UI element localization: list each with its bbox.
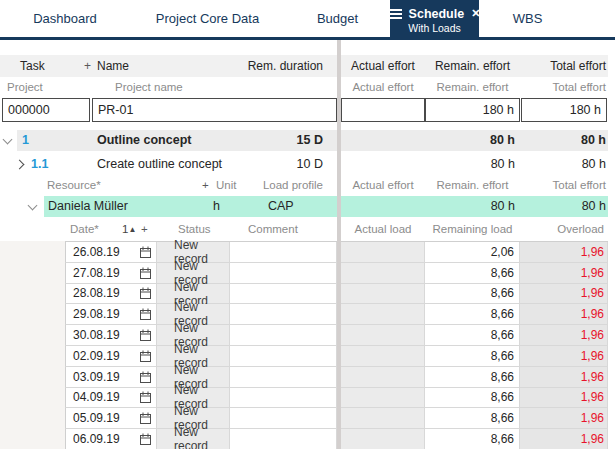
- comment-cell[interactable]: [230, 242, 337, 263]
- loads-header-row: Date* 1▲ + Status Comment Actual load Re…: [0, 217, 608, 241]
- remaining-load-cell[interactable]: 8,66: [425, 367, 520, 388]
- tab-project-core-data[interactable]: Project Core Data: [130, 0, 285, 37]
- tab-bar: Dashboard Project Core Data Budget Sched…: [0, 0, 576, 40]
- calendar-icon[interactable]: [140, 391, 151, 403]
- remaining-load-cell[interactable]: 8,66: [425, 388, 520, 409]
- remain-effort-sublabel: Remain. effort: [425, 77, 520, 97]
- actual-load-cell[interactable]: [341, 346, 425, 367]
- comment-cell[interactable]: [230, 325, 337, 346]
- date-cell[interactable]: 29.08.19: [65, 304, 157, 325]
- comment-cell[interactable]: [230, 346, 337, 367]
- task-row-1[interactable]: 1 Outline concept 15 D 80 h 80 h: [0, 130, 608, 151]
- resource-column-header: Resource*: [47, 175, 101, 196]
- chevron-down-icon[interactable]: [3, 135, 13, 145]
- date-value: 29.08.19: [73, 307, 120, 321]
- task-remain-effort: 80 h: [425, 130, 515, 151]
- sort-indicator[interactable]: 1▲: [122, 217, 136, 243]
- remaining-load-cell[interactable]: 8,66: [425, 284, 520, 305]
- comment-cell[interactable]: [230, 408, 337, 429]
- date-cell[interactable]: 02.09.19: [65, 346, 157, 367]
- overload-cell: 1,96: [520, 325, 608, 346]
- date-value: 04.09.19: [73, 390, 120, 404]
- actual-load-cell[interactable]: [341, 304, 425, 325]
- task-total-effort: 80 h: [520, 154, 606, 175]
- comment-cell[interactable]: [230, 304, 337, 325]
- column-splitter[interactable]: [337, 40, 341, 449]
- task-name[interactable]: Outline concept: [97, 130, 191, 151]
- date-cell[interactable]: 27.08.19: [65, 263, 157, 284]
- task-total-effort: 80 h: [520, 130, 606, 151]
- add-resource-button[interactable]: +: [202, 175, 209, 196]
- project-id-field[interactable]: 000000: [2, 98, 90, 122]
- date-cell[interactable]: 03.09.19: [65, 367, 157, 388]
- remaining-load-cell[interactable]: 8,66: [425, 263, 520, 284]
- project-actual-effort-field[interactable]: [341, 98, 425, 122]
- task-row-1-1[interactable]: 1.1 Create outline concept 10 D 80 h 80 …: [0, 154, 608, 175]
- status-cell[interactable]: New record: [157, 429, 230, 449]
- comment-cell[interactable]: [230, 367, 337, 388]
- calendar-icon[interactable]: [140, 246, 151, 258]
- task-number[interactable]: 1: [22, 130, 29, 151]
- date-cell[interactable]: 06.09.19: [65, 429, 157, 449]
- date-value: 30.08.19: [73, 328, 120, 342]
- date-cell[interactable]: 04.09.19: [65, 388, 157, 409]
- comment-cell[interactable]: [230, 263, 337, 284]
- date-cell[interactable]: 26.08.19: [65, 242, 157, 263]
- add-task-button[interactable]: +: [84, 55, 91, 77]
- comment-cell[interactable]: [230, 388, 337, 409]
- tab-schedule-top: Schedule ✕: [389, 7, 481, 21]
- calendar-icon[interactable]: [140, 412, 151, 424]
- resource-row-selected[interactable]: Daniela Müller h CAP 80 h 80 h: [0, 196, 608, 217]
- actual-load-cell[interactable]: [341, 263, 425, 284]
- actual-load-cell[interactable]: [341, 429, 425, 449]
- unit-column-header: Unit: [216, 175, 236, 196]
- resource-total-effort: 80 h: [520, 196, 606, 217]
- actual-load-cell[interactable]: [341, 325, 425, 346]
- remaining-load-cell[interactable]: 8,66: [425, 429, 520, 449]
- date-value: 03.09.19: [73, 370, 120, 384]
- project-total-effort-field[interactable]: 180 h: [521, 98, 607, 122]
- tab-schedule[interactable]: Schedule ✕ With Loads: [390, 0, 479, 40]
- schedule-with-loads-screen: Dashboard Project Core Data Budget Sched…: [0, 0, 615, 449]
- remaining-load-cell[interactable]: 8,66: [425, 408, 520, 429]
- chevron-down-icon[interactable]: [28, 201, 38, 211]
- task-name[interactable]: Create outline concept: [97, 154, 222, 175]
- tab-wbs[interactable]: WBS: [479, 0, 576, 37]
- overload-cell: 1,96: [520, 242, 608, 263]
- resource-name[interactable]: Daniela Müller: [48, 196, 128, 217]
- tab-schedule-subtitle: With Loads: [408, 22, 461, 34]
- remaining-load-cell[interactable]: 8,66: [425, 304, 520, 325]
- loads-grid-gutter: [0, 241, 65, 449]
- date-cell[interactable]: 05.09.19: [65, 408, 157, 429]
- calendar-icon[interactable]: [140, 267, 151, 279]
- task-number[interactable]: 1.1: [31, 154, 48, 175]
- actual-load-cell[interactable]: [341, 367, 425, 388]
- actual-load-cell[interactable]: [341, 242, 425, 263]
- date-cell[interactable]: 30.08.19: [65, 325, 157, 346]
- calendar-icon[interactable]: [140, 287, 151, 299]
- comment-cell[interactable]: [230, 429, 337, 449]
- actual-load-cell[interactable]: [341, 284, 425, 305]
- actual-load-cell[interactable]: [341, 388, 425, 409]
- total-effort-column-header: Total effort: [520, 55, 606, 77]
- calendar-icon[interactable]: [140, 371, 151, 383]
- remaining-load-cell[interactable]: 8,66: [425, 346, 520, 367]
- comment-cell[interactable]: [230, 284, 337, 305]
- calendar-icon[interactable]: [140, 308, 151, 320]
- calendar-icon[interactable]: [140, 433, 151, 445]
- project-name-field[interactable]: PR-01: [92, 98, 337, 122]
- remaining-load-cell[interactable]: 2,06: [425, 242, 520, 263]
- project-remain-effort-field[interactable]: 180 h: [425, 98, 520, 122]
- actual-load-cell[interactable]: [341, 408, 425, 429]
- chevron-right-icon[interactable]: [15, 160, 25, 170]
- hamburger-icon[interactable]: [389, 9, 402, 19]
- tab-dashboard[interactable]: Dashboard: [0, 0, 130, 37]
- remaining-load-cell[interactable]: 8,66: [425, 325, 520, 346]
- actual-effort-sublabel: Actual effort: [341, 77, 425, 97]
- tab-budget[interactable]: Budget: [285, 0, 390, 37]
- calendar-icon[interactable]: [140, 350, 151, 362]
- calendar-icon[interactable]: [140, 329, 151, 341]
- add-load-row-button[interactable]: +: [141, 217, 148, 241]
- date-cell[interactable]: 28.08.19: [65, 284, 157, 305]
- rem-duration-column-header: Rem. duration: [230, 55, 323, 77]
